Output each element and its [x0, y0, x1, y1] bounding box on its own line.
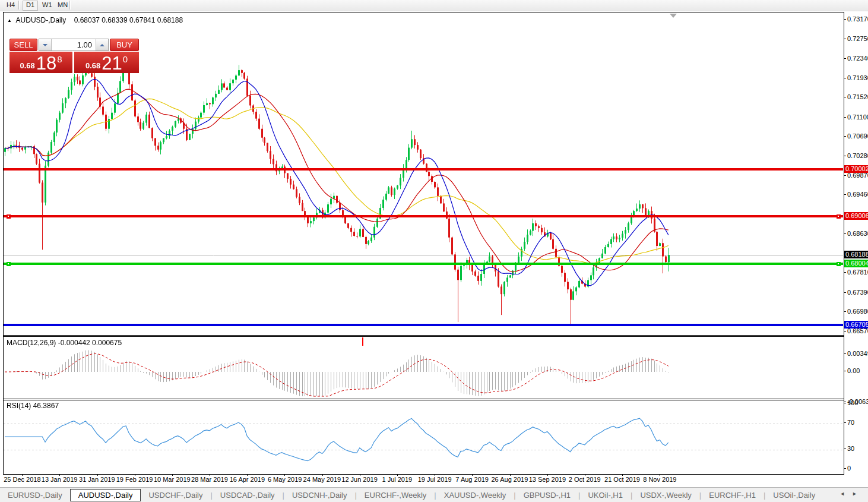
price-axis-tick: 0.68630	[847, 230, 868, 237]
time-axis-label: 26 Aug 2019	[492, 476, 528, 483]
buy-price-prefix: 0.68	[85, 61, 100, 70]
buy-button[interactable]: BUY	[110, 39, 139, 51]
toolbar-separator	[18, 1, 20, 10]
trading-terminal: H4D1W1MN ▲ AUDUSD-,Daily 0.68037 0.68339…	[0, 0, 868, 502]
price-axis-tick: 0.67390	[847, 289, 868, 296]
chart-tab-audusd-daily[interactable]: AUDUSD-,Daily	[70, 489, 141, 501]
time-axis-label: 1 Jul 2019	[382, 476, 412, 483]
macd-canvas[interactable]	[4, 337, 844, 399]
price-axis-tick: 0.73170	[847, 15, 868, 23]
time-axis-label: 13 Jan 2019	[42, 476, 78, 483]
price-axis[interactable]: 0.731700.727500.723400.719300.715200.711…	[844, 12, 868, 475]
price-axis-tick: 0.69460	[847, 191, 868, 198]
price-axis-tick: 0.67810	[847, 269, 868, 276]
chart-title: ▲ AUDUSD-,Daily 0.68037 0.68339 0.67841 …	[7, 16, 183, 24]
time-axis-label: 19 Jul 2019	[418, 476, 452, 483]
panel-splitter[interactable]	[4, 399, 844, 399]
time-axis-label: 10 Mar 2019	[154, 476, 191, 483]
volume-decrease-icon[interactable]	[39, 39, 52, 50]
rsi-axis-tick: 100	[847, 399, 858, 406]
tab-scroll-arrows[interactable]: ◄►	[840, 491, 864, 497]
buy-price-box[interactable]: 0.68 21 0	[74, 52, 139, 73]
price-axis-tick: 0.70690	[847, 132, 868, 140]
macd-axis-tick: 0.00	[847, 367, 860, 374]
timeframe-button-mn[interactable]: MN	[55, 1, 71, 10]
tab-scroll-right-icon[interactable]: ►	[852, 491, 864, 497]
chart-tab-eurusd-daily[interactable]: EURUSD-,Daily	[0, 490, 70, 501]
chart-ohlc-values: 0.68037 0.68339 0.67841 0.68188	[74, 16, 183, 24]
chart-tab-bar: EURUSD-,DailyAUDUSD-,DailyUSDCHF-,Daily|…	[0, 487, 868, 502]
toolbar-separator	[69, 1, 71, 10]
volume-input[interactable]	[52, 39, 96, 50]
chart-tab-usdcad-daily[interactable]: USDCAD-,Daily	[213, 490, 283, 501]
time-axis-label: 24 May 2019	[303, 476, 341, 483]
rsi-axis-tick: 30	[847, 445, 854, 452]
macd-label: MACD(12,26,9) -0.000442 0.000675	[7, 339, 122, 347]
time-axis-label: 21 Oct 2019	[604, 476, 640, 483]
time-axis-label: 19 Feb 2019	[116, 476, 153, 483]
chart-tab-eurchf-weekly[interactable]: EURCHF-,Weekly	[357, 490, 435, 501]
sell-button[interactable]: SELL	[9, 39, 37, 51]
time-axis-label: 16 Apr 2019	[230, 476, 265, 483]
price-axis-tick: 0.72340	[847, 55, 868, 62]
sell-price-prefix: 0.68	[20, 61, 34, 70]
volume-spinner	[39, 39, 109, 51]
tab-scroll-left-icon[interactable]: ◄	[840, 491, 852, 497]
time-axis-label: 6 May 2019	[268, 476, 302, 483]
chart-tab-usdcnh-daily[interactable]: USDCNH-,Daily	[284, 490, 354, 501]
sell-price-box[interactable]: 0.68 18 8	[9, 52, 72, 73]
buy-price-big: 21	[102, 55, 122, 72]
panel-splitter[interactable]	[4, 335, 844, 336]
one-click-trading-widget: SELL BUY 0.68 18 8 0.68 21 0	[9, 39, 139, 73]
rsi-canvas[interactable]	[4, 400, 844, 474]
rsi-axis-tick: 0	[847, 465, 851, 472]
rsi-label: RSI(14) 46.3867	[7, 402, 59, 410]
sell-price-pip: 8	[57, 55, 62, 64]
level-price-label: 0.68004	[844, 260, 868, 267]
time-axis[interactable]: 25 Dec 201813 Jan 201931 Jan 201919 Feb …	[3, 474, 844, 485]
chart-tab-gbpusd-h1[interactable]: GBPUSD-,H1	[516, 490, 578, 501]
price-axis-tick: 0.71520	[847, 93, 868, 100]
chart-tab-ukoil-h1[interactable]: UKOil-,H1	[580, 490, 631, 501]
time-axis-label: 13 Sep 2019	[529, 476, 566, 483]
time-axis-label: 31 Jan 2019	[79, 476, 115, 483]
timeframe-button-w1[interactable]: W1	[39, 1, 55, 10]
rsi-axis-tick: 70	[847, 419, 854, 426]
timeframe-toolbar: H4D1W1MN	[0, 0, 868, 11]
chart-tab-usdchf-daily[interactable]: USDCHF-,Daily	[141, 490, 210, 501]
collapse-arrow-icon[interactable]: ▲	[7, 18, 12, 23]
chart-tab-eurchf-h1[interactable]: EURCHF-,H1	[701, 490, 764, 501]
price-axis-tick: 0.72750	[847, 35, 868, 42]
chart-window: ▲ AUDUSD-,Daily 0.68037 0.68339 0.67841 …	[3, 12, 844, 475]
time-axis-label: 12 Jun 2019	[341, 476, 378, 483]
level-price-label: 0.66705	[844, 321, 868, 329]
level-price-label: 0.69006	[844, 212, 868, 220]
buy-price-pip: 0	[123, 55, 128, 64]
timeframe-button-h4[interactable]: H4	[4, 1, 18, 10]
chart-tab-usdx-weekly[interactable]: USDX-,Weekly	[632, 490, 699, 501]
scroll-to-end-icon[interactable]	[670, 14, 677, 18]
price-axis-tick: 0.71100	[847, 113, 868, 121]
price-axis-tick: 0.70280	[847, 152, 868, 159]
volume-increase-icon[interactable]	[96, 39, 108, 50]
price-axis-tick: 0.66980	[847, 308, 868, 315]
time-axis-label: 8 Nov 2019	[643, 476, 676, 483]
price-axis-tick: 0.71930	[847, 74, 868, 81]
macd-axis-tick: 0.00349	[847, 350, 868, 357]
current-price-label: 0.68188	[844, 251, 868, 258]
level-price-label: 0.70002	[844, 165, 868, 173]
time-axis-label: 2 Oct 2019	[569, 476, 601, 483]
sell-price-big: 18	[36, 55, 56, 72]
time-axis-label: 25 Dec 2018	[4, 476, 40, 483]
timeframe-button-d1[interactable]: D1	[23, 1, 38, 11]
time-axis-label: 7 Aug 2019	[455, 476, 489, 483]
time-axis-label: 28 Mar 2019	[191, 476, 228, 483]
chart-symbol-period: AUDUSD-,Daily	[16, 16, 66, 24]
chart-tab-usoil-daily[interactable]: USOil-,Daily	[765, 490, 823, 501]
chart-tab-xauusd-weekly[interactable]: XAUUSD-,Weekly	[436, 490, 514, 501]
